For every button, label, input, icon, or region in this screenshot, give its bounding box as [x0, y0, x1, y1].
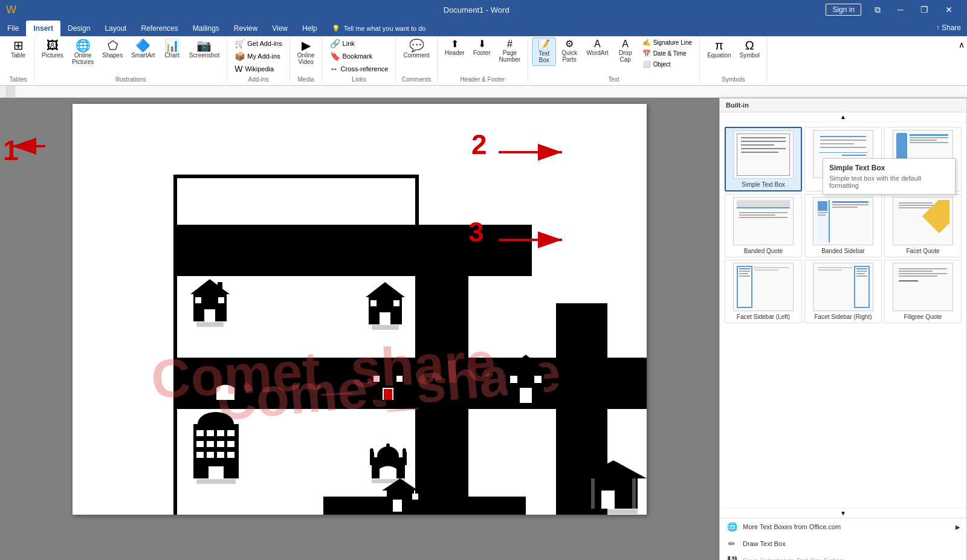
gallery-item-filigree-quote[interactable]: Filigree Quote [884, 260, 962, 323]
ribbon-item-page-number[interactable]: # PageNumber [496, 37, 525, 65]
share-button[interactable]: ↑ Share [936, 24, 961, 32]
gallery-item-facet-sidebar-right[interactable]: Facet Sidebar (Right) [804, 260, 882, 323]
svg-rect-20 [372, 325, 399, 330]
ribbon-item-signature-line[interactable]: ✍ Signature Line [639, 37, 696, 48]
restore-down-button[interactable]: ⧉ [866, 0, 889, 19]
svg-rect-13 [218, 282, 222, 291]
ribbon-item-pictures[interactable]: 🖼 Pictures [38, 37, 67, 60]
tab-references[interactable]: References [134, 21, 185, 36]
tell-me-bar[interactable]: 💡 Tell me what you want to do [325, 21, 433, 36]
ribbon-item-wordart[interactable]: A WordArt [583, 37, 612, 58]
tab-help[interactable]: Help [295, 21, 325, 36]
ribbon-item-equation[interactable]: π Equation [703, 37, 734, 60]
tab-view[interactable]: View [265, 21, 295, 36]
ribbon-item-online-pictures[interactable]: 🌐 OnlinePictures [68, 37, 97, 67]
svg-rect-34 [396, 376, 403, 382]
ribbon-item-quick-parts[interactable]: ⚙ QuickParts [557, 37, 581, 65]
ribbon-item-footer[interactable]: ⬇ Footer [470, 37, 494, 58]
ribbon-group-text: 📝 TextBox ⚙ QuickParts A WordArt A DropC… [528, 37, 700, 83]
filigree-quote-label: Filigree Quote [904, 314, 942, 320]
gallery-item-simple-text-box[interactable]: Simple Text Box Simple Text Box Simple t… [725, 127, 802, 191]
svg-rect-58 [196, 479, 236, 484]
tab-review[interactable]: Review [227, 21, 265, 36]
ribbon-item-comment[interactable]: 💬 Comment [399, 37, 433, 60]
tab-file[interactable]: File [0, 21, 26, 36]
footer-item-more-text-boxes[interactable]: 🌐 More Text Boxes from Office.com ▶ [720, 518, 966, 535]
banded-sidebar-label: Banded Sidebar [821, 248, 865, 254]
ribbon-item-link[interactable]: 🔗 Link [326, 37, 392, 50]
footer-item-draw-text-box[interactable]: ✏ Draw Text Box [720, 535, 966, 552]
ribbon-item-object[interactable]: ⬜ Object [639, 59, 696, 69]
ribbon-item-text-box[interactable]: 📝 TextBox [532, 37, 556, 66]
facet-sidebar-left-label: Facet Sidebar (Left) [737, 314, 790, 320]
svg-rect-49 [196, 441, 204, 447]
header-icon: ⬆ [451, 39, 459, 49]
ribbon-group-illustrations: 🖼 Pictures 🌐 OnlinePictures ⬠ Shapes 🔷 S… [34, 37, 227, 83]
ribbon-tabs: File Insert Design Layout References Mai… [0, 19, 433, 36]
svg-rect-53 [196, 452, 204, 458]
quick-parts-icon: ⚙ [565, 39, 574, 49]
document-area[interactable]: Comet_share [0, 98, 719, 560]
ribbon-item-get-addins[interactable]: 🛒 Get Add-ins [231, 37, 285, 50]
collapse-ribbon-button[interactable]: ∧ [959, 40, 965, 50]
svg-rect-14 [196, 322, 224, 327]
ribbon-group-links: 🔗 Link 🔖 Bookmark ↔ Cross-reference Link… [323, 37, 396, 83]
svg-rect-77 [632, 478, 636, 509]
scroll-down-button[interactable]: ▼ [840, 510, 846, 517]
chart-icon: 📊 [164, 39, 179, 51]
gallery-item-facet-sidebar-left[interactable]: Facet Sidebar (Left) [725, 260, 802, 323]
svg-rect-55 [217, 452, 224, 458]
ruler-content: // Will generate dynamically [6, 86, 967, 97]
ribbon-item-chart[interactable]: 📊 Chart [160, 37, 184, 60]
ribbon-item-online-video[interactable]: ▶ OnlineVideo [294, 37, 319, 67]
ribbon-item-date-time[interactable]: 📅 Date & Time [639, 48, 696, 59]
banded-quote-label: Banded Quote [744, 248, 783, 254]
svg-point-62 [386, 443, 390, 447]
svg-rect-78 [589, 509, 638, 514]
svg-rect-45 [196, 430, 204, 436]
svg-rect-11 [195, 297, 201, 303]
ribbon-group-tables: ⊞ Table Tables [2, 37, 34, 83]
comment-icon: 💬 [409, 39, 424, 51]
filigree-quote-preview [893, 263, 953, 311]
document-page[interactable]: Comet_share [73, 104, 647, 515]
svg-rect-19 [393, 300, 399, 306]
cross-reference-icon: ↔ [330, 64, 338, 74]
ribbon-item-smartart[interactable]: 🔷 SmartArt [128, 37, 158, 60]
facet-quote-preview [893, 197, 953, 245]
ribbon-item-shapes[interactable]: ⬠ Shapes [99, 37, 126, 60]
sign-in-button[interactable]: Sign in [826, 4, 861, 16]
gallery-item-banded-quote[interactable]: Banded Quote [725, 194, 802, 257]
minimize-button[interactable]: ─ [889, 0, 912, 19]
ribbon-item-header[interactable]: ⬆ Header [441, 37, 468, 58]
ribbon-item-symbol[interactable]: Ω Symbol [736, 37, 763, 60]
date-time-icon: 📅 [642, 50, 651, 57]
ribbon-item-screenshot[interactable]: 📷 Screenshot [186, 37, 224, 60]
equation-icon: π [715, 39, 723, 51]
ribbon-item-table[interactable]: ⊞ Table [6, 37, 30, 60]
ribbon-item-cross-reference[interactable]: ↔ Cross-reference [326, 63, 392, 75]
page-number-icon: # [507, 39, 513, 49]
my-addins-icon: 📦 [234, 51, 245, 61]
gallery-item-banded-sidebar[interactable]: Banded Sidebar [804, 194, 882, 257]
svg-point-26 [205, 365, 210, 372]
close-button[interactable]: ✕ [937, 0, 961, 19]
ribbon-item-bookmark[interactable]: 🔖 Bookmark [326, 50, 392, 62]
ribbon-item-drop-cap[interactable]: A DropCap [613, 37, 638, 65]
tab-mailings[interactable]: Mailings [186, 21, 227, 36]
maximize-button[interactable]: ❐ [912, 0, 937, 19]
tab-layout[interactable]: Layout [97, 21, 134, 36]
title-bar: W Document1 - Word Sign in ⧉ ─ ❐ ✕ [0, 0, 967, 19]
scroll-up-button[interactable]: ▲ [840, 114, 846, 120]
gallery-item-facet-quote[interactable]: Facet Quote [884, 194, 962, 257]
tab-insert[interactable]: Insert [26, 21, 60, 36]
dropdown-scroll-area[interactable]: Simple Text Box Simple Text Box Simple t… [720, 122, 966, 508]
online-pictures-icon: 🌐 [76, 39, 91, 51]
ribbon-content: ⊞ Table Tables 🖼 Pictures 🌐 OnlinePictur… [0, 36, 967, 86]
drop-cap-icon: A [622, 39, 629, 49]
ribbon-item-wikipedia[interactable]: W Wikipedia [231, 63, 285, 75]
ribbon-item-my-addins[interactable]: 📦 My Add-ins [231, 50, 285, 62]
tab-design[interactable]: Design [60, 21, 97, 36]
svg-rect-5 [323, 497, 526, 515]
wikipedia-icon: W [234, 64, 242, 74]
